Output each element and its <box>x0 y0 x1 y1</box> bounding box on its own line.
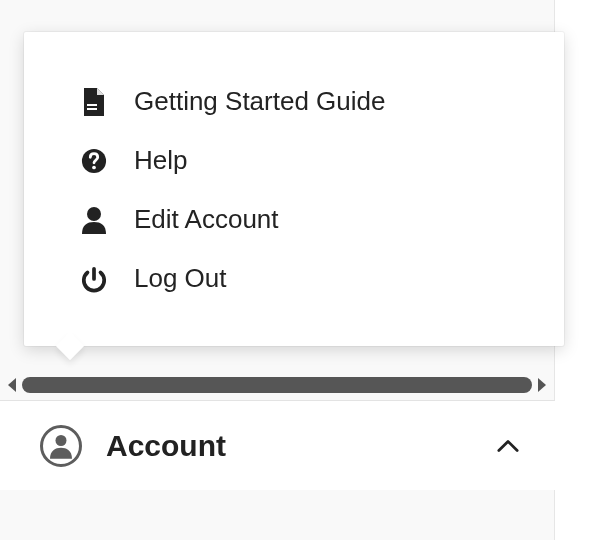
scrollbar-track[interactable] <box>22 377 532 393</box>
menu-item-log-out[interactable]: Log Out <box>44 249 544 308</box>
menu-item-label: Log Out <box>134 263 227 294</box>
svg-rect-3 <box>87 104 97 106</box>
svg-marker-1 <box>538 378 546 392</box>
account-label: Account <box>106 429 473 463</box>
menu-item-label: Getting Started Guide <box>134 86 385 117</box>
document-icon <box>80 88 108 116</box>
account-menu-popover: Getting Started Guide Help Edit Account <box>24 32 564 346</box>
chevron-up-icon <box>497 439 519 453</box>
menu-item-help[interactable]: Help <box>44 131 544 190</box>
account-toggle[interactable]: Account <box>0 400 555 490</box>
svg-point-7 <box>87 207 101 221</box>
horizontal-scrollbar[interactable] <box>6 376 548 394</box>
account-avatar-icon <box>40 425 82 467</box>
scroll-left-arrow[interactable] <box>6 376 20 394</box>
svg-point-6 <box>92 165 96 169</box>
svg-marker-0 <box>8 378 16 392</box>
menu-item-getting-started[interactable]: Getting Started Guide <box>44 72 544 131</box>
scroll-right-arrow[interactable] <box>534 376 548 394</box>
power-icon <box>80 265 108 293</box>
svg-rect-4 <box>87 108 97 110</box>
menu-item-label: Help <box>134 145 187 176</box>
help-icon <box>80 147 108 175</box>
user-icon <box>80 206 108 234</box>
menu-item-edit-account[interactable]: Edit Account <box>44 190 544 249</box>
svg-point-2 <box>56 435 67 446</box>
menu-item-label: Edit Account <box>134 204 279 235</box>
